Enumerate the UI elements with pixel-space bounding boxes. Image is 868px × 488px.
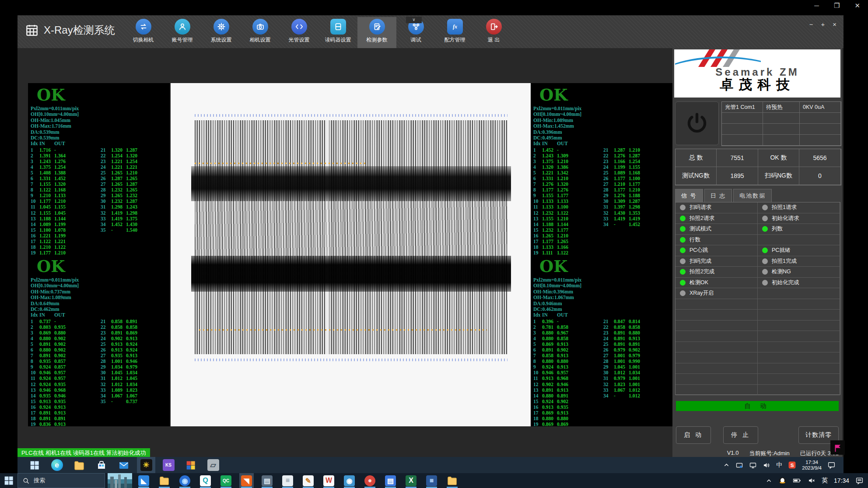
rows-col-21-35: 211.2871.210221.2761.287231.1661.254241.… — [603, 147, 644, 227]
notes-panel-icon[interactable] — [855, 477, 864, 485]
excel-icon[interactable]: X — [404, 473, 418, 488]
left-measurement-panel: OKPxl2mm=0.011mm/pixOH[0.10mm~4.00mm]OH-… — [28, 83, 170, 426]
ime-chinese-indicator[interactable]: 中 — [776, 461, 782, 469]
toolbar-item-exit[interactable]: 退 出 — [474, 17, 513, 48]
excel-icon-glyph: X — [406, 475, 416, 486]
monitor-chart-icon[interactable]: ▤ — [260, 473, 274, 488]
mute-icon[interactable] — [808, 477, 816, 485]
toolbar-item-tube-settings[interactable]: 光管设置 — [280, 17, 318, 48]
row-index: 19 — [533, 250, 542, 254]
outer-minimize-button[interactable]: ─ — [814, 2, 819, 10]
measurement-param: OH-Max:1.716mm — [31, 123, 170, 129]
display-icon[interactable] — [749, 461, 757, 469]
viewer-app-icon[interactable]: ▱ — [204, 457, 222, 473]
row-in-value: - — [111, 227, 126, 233]
xray-image-canvas[interactable] — [171, 83, 531, 426]
xray-power-button[interactable] — [675, 101, 719, 145]
tab-log[interactable]: 日 志 — [704, 189, 732, 202]
stat-label: 扫码NG数 — [758, 167, 799, 185]
row-in-value: 1.419 — [614, 216, 629, 222]
start-button[interactable] — [25, 457, 44, 473]
sogou-icon[interactable]: S — [788, 461, 796, 469]
ks-office-icon[interactable]: KS — [159, 457, 178, 473]
tab-signal[interactable]: 信 号 — [675, 189, 703, 202]
outer-close-button[interactable]: ✕ — [854, 2, 860, 10]
row-out-value: 1.034 — [629, 370, 644, 376]
toolbar-item-reader-settings[interactable]: 读码器设置 — [318, 17, 357, 48]
ime-english-indicator[interactable]: 英 — [822, 477, 828, 485]
row-index: 34 — [101, 393, 111, 399]
inner-clock[interactable]: 17:34 2023/9/4 — [802, 460, 822, 471]
grinder-app-icon[interactable]: ☀ — [137, 457, 155, 473]
edge-browser-icon[interactable]: e — [48, 457, 66, 473]
row-out-value: 1.298 — [629, 204, 644, 210]
toolbar-dropdown-chevron[interactable]: ∨ — [406, 17, 422, 23]
browser-ball-icon[interactable]: ● — [363, 473, 377, 488]
signal-cell: 初始化请求 — [758, 213, 840, 224]
row-out-value: 1.012 — [629, 387, 644, 393]
action-center-icon[interactable] — [827, 461, 836, 469]
taskbar-search-box[interactable]: 搜索 — [18, 473, 105, 488]
wps-writer-icon[interactable]: W — [322, 473, 336, 488]
outer-clock-time[interactable]: 17:34 — [834, 477, 849, 484]
measurement-row: 240.8910.913 — [603, 336, 644, 342]
outer-start-button[interactable] — [4, 475, 14, 486]
row-in-value: 1.265 — [111, 170, 126, 176]
toolbar-item-recipe[interactable]: fx配方管理 — [435, 17, 474, 48]
tiles-app-icon[interactable] — [182, 457, 200, 473]
tab-battery-data[interactable]: 电池数据 — [733, 189, 772, 202]
mail-icon-glyph — [118, 459, 130, 471]
row-in-value: 0.946 — [542, 370, 557, 376]
news-weather-widget[interactable] — [108, 473, 132, 488]
folder-icon[interactable] — [157, 473, 172, 488]
row-in-value: 0.891 — [542, 387, 557, 393]
app-minimize-button[interactable]: − — [809, 21, 813, 28]
file-explorer-icon[interactable] — [70, 457, 88, 473]
row-out-value: 1.144 — [54, 216, 69, 222]
input-method-flag[interactable] — [830, 440, 845, 455]
tray-chevron-up-icon[interactable] — [723, 462, 730, 468]
pigeon-app-icon[interactable]: ◣ — [136, 473, 151, 488]
toolbar-item-inspect-params[interactable]: 检测参数 — [357, 17, 396, 48]
signal-empty-cell — [758, 352, 840, 363]
app-close-button[interactable]: × — [833, 21, 836, 28]
row-in-value: 0.902 — [542, 382, 557, 387]
row-index: 26 — [603, 176, 614, 181]
tray2-chevron-up-icon[interactable] — [766, 478, 772, 484]
qq-icon[interactable] — [778, 477, 787, 485]
notepad-icon[interactable]: ≡ — [280, 473, 295, 488]
row-in-value: 1.232 — [111, 187, 126, 193]
blue-ball-app-icon[interactable]: ◉ — [178, 473, 192, 488]
measurement-row: 81.1221.168 — [31, 187, 170, 193]
toolbar-item-system-settings[interactable]: 系统设置 — [202, 17, 241, 48]
toolbar-item-switch-camera[interactable]: 切换相机 — [124, 17, 163, 48]
row-in-value: 0.924 — [542, 399, 557, 404]
row-index: 7 — [533, 353, 542, 359]
measurement-rows: 11.716-21.3911.36431.2431.27641.3751.254… — [31, 147, 170, 254]
stop-button[interactable]: 停 止 — [723, 426, 758, 444]
outer-maximize-button[interactable]: ❐ — [834, 2, 840, 10]
row-index: 8 — [533, 187, 542, 193]
folder2-icon[interactable] — [445, 473, 459, 488]
ms-store-icon[interactable] — [92, 457, 111, 473]
toolbar-item-camera-settings[interactable]: 相机设置 — [241, 17, 280, 48]
row-in-value: 0.913 — [39, 399, 54, 404]
touch-keyboard-icon[interactable] — [735, 461, 743, 469]
volume-icon[interactable] — [763, 461, 770, 469]
mail-icon[interactable] — [115, 457, 133, 473]
battery-icon[interactable] — [793, 477, 802, 485]
measurement-row: 101.1771.210 — [31, 199, 170, 204]
blue-square-app-icon[interactable]: ■ — [424, 473, 439, 488]
viewer-eye-icon[interactable]: ◉ — [342, 473, 357, 488]
qc-app-icon[interactable]: QC — [219, 473, 233, 488]
doc-blue-icon[interactable]: ▤ — [383, 473, 398, 488]
row-out-value: 0.935 — [54, 324, 69, 330]
measurement-row: 150.9130.935 — [31, 399, 170, 404]
start-button[interactable]: 启 动 — [676, 426, 711, 444]
toolbar-item-account[interactable]: 账号管理 — [163, 17, 202, 48]
seamark-app-icon[interactable]: ◥ — [239, 473, 254, 488]
notes-edit-icon[interactable]: ✎ — [301, 473, 315, 488]
side-tabs: 信 号日 志电池数据 — [675, 189, 772, 202]
quicker-app-icon[interactable]: Q — [198, 473, 213, 488]
app-restore-button[interactable]: + — [821, 21, 825, 28]
